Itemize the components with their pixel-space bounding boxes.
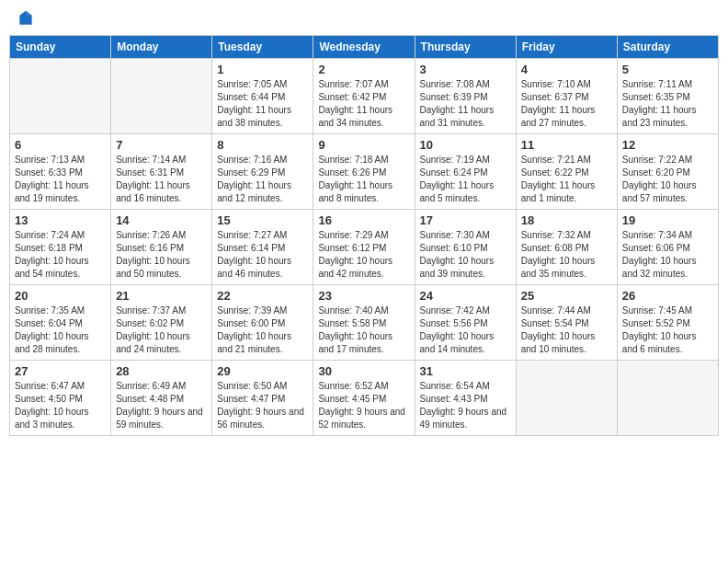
calendar-cell: 17Sunrise: 7:30 AMSunset: 6:10 PMDayligh…	[415, 210, 516, 285]
day-number: 19	[622, 213, 713, 227]
calendar-cell: 9Sunrise: 7:18 AMSunset: 6:26 PMDaylight…	[313, 134, 415, 210]
calendar-table: SundayMondayTuesdayWednesdayThursdayFrid…	[9, 35, 719, 436]
day-info: Sunrise: 7:37 AMSunset: 6:02 PMDaylight:…	[116, 304, 207, 356]
calendar-cell: 5Sunrise: 7:11 AMSunset: 6:35 PMDaylight…	[617, 59, 718, 134]
day-number: 27	[15, 364, 106, 378]
calendar-week-row: 6Sunrise: 7:13 AMSunset: 6:33 PMDaylight…	[10, 134, 719, 210]
day-number: 31	[420, 364, 511, 378]
day-number: 20	[15, 289, 106, 303]
day-number: 2	[318, 63, 409, 76]
day-info: Sunrise: 6:49 AMSunset: 4:48 PMDaylight:…	[116, 380, 207, 431]
day-info: Sunrise: 7:07 AMSunset: 6:42 PMDaylight:…	[318, 78, 409, 130]
day-info: Sunrise: 7:34 AMSunset: 6:06 PMDaylight:…	[622, 229, 713, 281]
calendar-cell: 22Sunrise: 7:39 AMSunset: 6:00 PMDayligh…	[212, 285, 313, 361]
day-info: Sunrise: 6:54 AMSunset: 4:43 PMDaylight:…	[420, 380, 511, 431]
day-info: Sunrise: 7:16 AMSunset: 6:29 PMDaylight:…	[217, 154, 308, 205]
calendar-cell: 11Sunrise: 7:21 AMSunset: 6:22 PMDayligh…	[516, 134, 617, 210]
calendar-cell: 28Sunrise: 6:49 AMSunset: 4:48 PMDayligh…	[111, 361, 212, 436]
calendar-cell: 1Sunrise: 7:05 AMSunset: 6:44 PMDaylight…	[212, 59, 313, 134]
calendar-cell: 27Sunrise: 6:47 AMSunset: 4:50 PMDayligh…	[10, 361, 111, 436]
calendar-cell: 6Sunrise: 7:13 AMSunset: 6:33 PMDaylight…	[10, 134, 111, 210]
day-number: 12	[622, 138, 713, 152]
day-number: 25	[521, 289, 612, 303]
day-number: 21	[116, 289, 207, 303]
day-info: Sunrise: 7:19 AMSunset: 6:24 PMDaylight:…	[420, 154, 511, 205]
calendar-header-monday: Monday	[111, 36, 212, 59]
day-info: Sunrise: 7:40 AMSunset: 5:58 PMDaylight:…	[318, 304, 409, 356]
day-info: Sunrise: 7:22 AMSunset: 6:20 PMDaylight:…	[622, 154, 713, 205]
day-info: Sunrise: 7:35 AMSunset: 6:04 PMDaylight:…	[15, 304, 106, 356]
day-info: Sunrise: 7:18 AMSunset: 6:26 PMDaylight:…	[318, 154, 409, 205]
day-number: 24	[420, 289, 511, 303]
calendar-header-thursday: Thursday	[415, 36, 516, 59]
calendar-header-friday: Friday	[516, 36, 617, 59]
day-number: 3	[420, 63, 511, 76]
calendar-cell: 12Sunrise: 7:22 AMSunset: 6:20 PMDayligh…	[617, 134, 718, 210]
day-info: Sunrise: 7:08 AMSunset: 6:39 PMDaylight:…	[420, 78, 511, 130]
calendar-cell: 30Sunrise: 6:52 AMSunset: 4:45 PMDayligh…	[313, 361, 415, 436]
day-number: 28	[116, 364, 207, 378]
day-number: 16	[318, 213, 409, 227]
calendar-cell: 21Sunrise: 7:37 AMSunset: 6:02 PMDayligh…	[111, 285, 212, 361]
day-number: 5	[622, 63, 713, 76]
day-number: 4	[521, 63, 612, 76]
day-info: Sunrise: 7:14 AMSunset: 6:31 PMDaylight:…	[116, 154, 207, 205]
calendar-cell: 2Sunrise: 7:07 AMSunset: 6:42 PMDaylight…	[313, 59, 415, 134]
calendar-cell: 16Sunrise: 7:29 AMSunset: 6:12 PMDayligh…	[313, 210, 415, 285]
calendar-cell	[111, 59, 212, 134]
day-number: 23	[318, 289, 409, 303]
calendar-cell: 18Sunrise: 7:32 AMSunset: 6:08 PMDayligh…	[516, 210, 617, 285]
day-number: 9	[318, 138, 409, 152]
day-number: 11	[521, 138, 612, 152]
calendar-header-wednesday: Wednesday	[313, 36, 415, 59]
day-number: 7	[116, 138, 207, 152]
calendar-week-row: 27Sunrise: 6:47 AMSunset: 4:50 PMDayligh…	[10, 361, 719, 436]
day-info: Sunrise: 7:42 AMSunset: 5:56 PMDaylight:…	[420, 304, 511, 356]
day-number: 17	[420, 213, 511, 227]
day-number: 6	[15, 138, 106, 152]
calendar-cell: 25Sunrise: 7:44 AMSunset: 5:54 PMDayligh…	[516, 285, 617, 361]
day-info: Sunrise: 7:10 AMSunset: 6:37 PMDaylight:…	[521, 78, 612, 130]
day-info: Sunrise: 7:24 AMSunset: 6:18 PMDaylight:…	[15, 229, 106, 281]
day-info: Sunrise: 7:11 AMSunset: 6:35 PMDaylight:…	[622, 78, 713, 130]
logo	[13, 9, 37, 28]
calendar-cell: 31Sunrise: 6:54 AMSunset: 4:43 PMDayligh…	[415, 361, 516, 436]
day-info: Sunrise: 7:21 AMSunset: 6:22 PMDaylight:…	[521, 154, 612, 205]
day-info: Sunrise: 7:44 AMSunset: 5:54 PMDaylight:…	[521, 304, 612, 356]
day-info: Sunrise: 6:47 AMSunset: 4:50 PMDaylight:…	[15, 380, 106, 431]
calendar-cell: 4Sunrise: 7:10 AMSunset: 6:37 PMDaylight…	[516, 59, 617, 134]
calendar-cell: 19Sunrise: 7:34 AMSunset: 6:06 PMDayligh…	[617, 210, 718, 285]
calendar-header-tuesday: Tuesday	[212, 36, 313, 59]
day-number: 15	[217, 213, 308, 227]
calendar-cell	[10, 59, 111, 134]
day-number: 26	[622, 289, 713, 303]
day-number: 1	[217, 63, 308, 76]
calendar-cell: 8Sunrise: 7:16 AMSunset: 6:29 PMDaylight…	[212, 134, 313, 210]
calendar-header-row: SundayMondayTuesdayWednesdayThursdayFrid…	[10, 36, 719, 59]
page-header	[9, 9, 719, 28]
day-number: 14	[116, 213, 207, 227]
calendar-cell	[617, 361, 718, 436]
calendar-week-row: 1Sunrise: 7:05 AMSunset: 6:44 PMDaylight…	[10, 59, 719, 134]
day-number: 8	[217, 138, 308, 152]
day-info: Sunrise: 6:50 AMSunset: 4:47 PMDaylight:…	[217, 380, 308, 431]
day-number: 22	[217, 289, 308, 303]
calendar-cell: 13Sunrise: 7:24 AMSunset: 6:18 PMDayligh…	[10, 210, 111, 285]
day-info: Sunrise: 7:45 AMSunset: 5:52 PMDaylight:…	[622, 304, 713, 356]
calendar-week-row: 13Sunrise: 7:24 AMSunset: 6:18 PMDayligh…	[10, 210, 719, 285]
calendar-cell: 24Sunrise: 7:42 AMSunset: 5:56 PMDayligh…	[415, 285, 516, 361]
calendar-cell: 10Sunrise: 7:19 AMSunset: 6:24 PMDayligh…	[415, 134, 516, 210]
day-number: 29	[217, 364, 308, 378]
calendar-cell: 3Sunrise: 7:08 AMSunset: 6:39 PMDaylight…	[415, 59, 516, 134]
calendar-header-saturday: Saturday	[617, 36, 718, 59]
calendar-cell	[516, 361, 617, 436]
calendar-cell: 29Sunrise: 6:50 AMSunset: 4:47 PMDayligh…	[212, 361, 313, 436]
calendar-header-sunday: Sunday	[10, 36, 111, 59]
calendar-cell: 7Sunrise: 7:14 AMSunset: 6:31 PMDaylight…	[111, 134, 212, 210]
day-number: 30	[318, 364, 409, 378]
day-info: Sunrise: 7:05 AMSunset: 6:44 PMDaylight:…	[217, 78, 308, 130]
calendar-cell: 26Sunrise: 7:45 AMSunset: 5:52 PMDayligh…	[617, 285, 718, 361]
day-info: Sunrise: 7:13 AMSunset: 6:33 PMDaylight:…	[15, 154, 106, 205]
day-info: Sunrise: 7:32 AMSunset: 6:08 PMDaylight:…	[521, 229, 612, 281]
calendar-cell: 20Sunrise: 7:35 AMSunset: 6:04 PMDayligh…	[10, 285, 111, 361]
